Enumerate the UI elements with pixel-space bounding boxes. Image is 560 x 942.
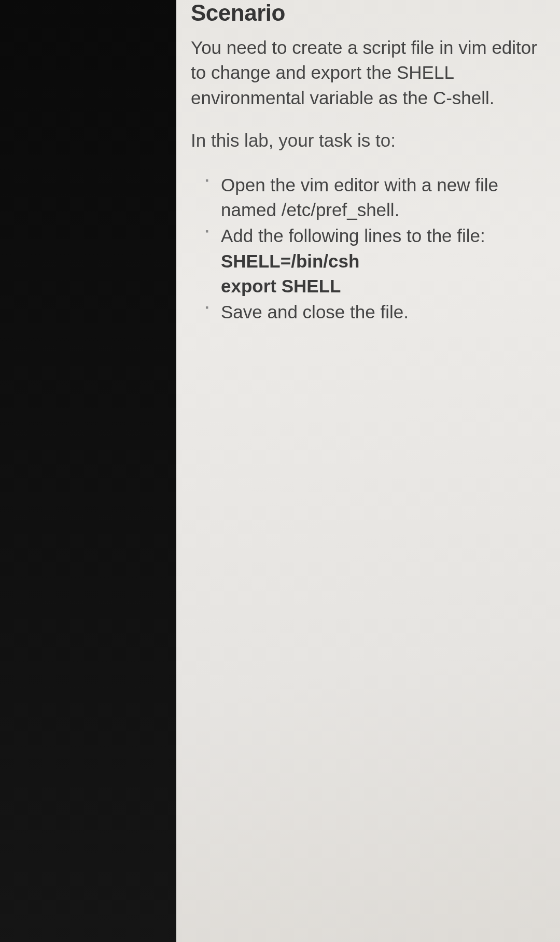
task-item-text: Save and close the file. — [221, 302, 409, 322]
scenario-intro: You need to create a script file in vim … — [191, 35, 549, 110]
task-item-text: Add the following lines to the file: — [221, 226, 485, 246]
task-item: Open the vim editor with a new file name… — [205, 173, 549, 223]
task-item: Save and close the file. — [205, 300, 549, 325]
code-line: SHELL=/bin/csh — [221, 249, 549, 274]
scenario-panel: Scenario You need to create a script fil… — [176, 0, 560, 942]
task-intro: In this lab, your task is to: — [191, 130, 549, 151]
scenario-heading: Scenario — [191, 0, 549, 26]
task-list: Open the vim editor with a new file name… — [191, 173, 549, 325]
task-item: Add the following lines to the file: SHE… — [205, 223, 549, 299]
code-line: export SHELL — [221, 274, 549, 299]
left-dark-panel — [0, 0, 176, 942]
task-item-text: Open the vim editor with a new file name… — [221, 175, 498, 220]
